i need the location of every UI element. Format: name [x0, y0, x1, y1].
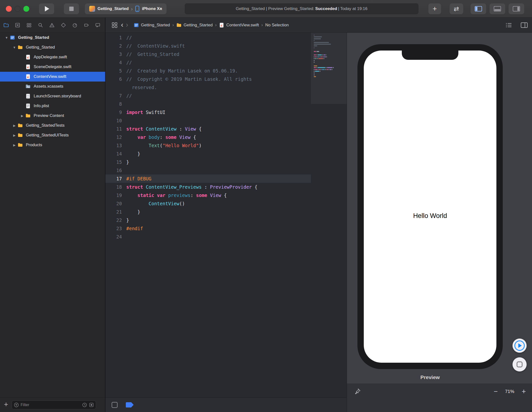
close-window-button[interactable] [6, 6, 12, 12]
find-icon[interactable] [38, 22, 43, 28]
code-line[interactable]: 6// Copyright © 2019 Martin Lasek. All r… [105, 75, 311, 83]
tree-row-appdelegate-swift[interactable]: AppDelegate.swift [0, 52, 105, 62]
reports-icon[interactable] [95, 22, 100, 28]
editor-canvas-toggle-icon[interactable] [112, 402, 118, 408]
line-number[interactable]: 7 [105, 92, 126, 100]
source-control-icon[interactable] [15, 22, 20, 28]
line-number[interactable]: 22 [105, 216, 126, 224]
code-line[interactable]: 19 static var previews: some View { [105, 191, 311, 199]
live-preview-play-button[interactable] [512, 339, 527, 353]
code-line[interactable]: 7// [105, 92, 311, 100]
code-line[interactable]: 11struct ContentView : View { [105, 125, 311, 133]
line-number[interactable]: 24 [105, 233, 126, 241]
toggle-inspector-button[interactable] [509, 3, 524, 14]
line-number[interactable]: 4 [105, 58, 126, 67]
code-line[interactable]: 21 } [105, 208, 311, 216]
breakpoints-icon[interactable] [84, 22, 89, 28]
add-item-button[interactable]: + [4, 400, 8, 409]
code-line[interactable]: 15} [105, 158, 311, 166]
editor-swap-button[interactable]: ⇄ [450, 3, 463, 14]
line-number[interactable]: 9 [105, 108, 126, 116]
tree-row-preview-content[interactable]: ▶Preview Content [0, 111, 105, 121]
debug-icon[interactable] [72, 22, 78, 28]
zoom-in-button[interactable]: + [522, 387, 526, 396]
line-number[interactable]: 23 [105, 224, 126, 233]
disclosure-closed-icon[interactable]: ▶ [11, 143, 18, 147]
line-number[interactable]: 19 [105, 191, 126, 199]
scheme-selector[interactable]: Getting_Started › iPhone Xʀ [85, 3, 167, 14]
line-number[interactable]: 6 [105, 75, 126, 83]
editor-minimap[interactable] [311, 33, 347, 397]
line-number[interactable]: 11 [105, 125, 126, 133]
go-forward-button[interactable]: › [126, 21, 128, 29]
library-add-button[interactable]: + [428, 3, 441, 14]
disclosure-closed-icon[interactable]: ▶ [11, 124, 18, 127]
minimize-window-button[interactable] [15, 6, 20, 12]
code-line[interactable]: 13 Text("Hello World") [105, 141, 311, 150]
tests-icon[interactable] [61, 22, 66, 28]
tree-row-getting-starteduitests[interactable]: ▶Getting_StartedUITests [0, 130, 105, 140]
filter-input[interactable] [21, 403, 80, 407]
tree-row-scenedelegate-swift[interactable]: SceneDelegate.swift [0, 62, 105, 72]
code-line[interactable]: 14 } [105, 150, 311, 158]
tree-row-launchscreen-storyboard[interactable]: LaunchScreen.storyboard [0, 91, 105, 101]
code-line[interactable]: 18struct ContentView_Previews : PreviewP… [105, 183, 311, 191]
line-number[interactable] [105, 83, 126, 92]
pin-preview-icon[interactable] [354, 388, 361, 395]
disclosure-closed-icon[interactable]: ▶ [11, 134, 18, 137]
project-navigator-icon[interactable] [3, 22, 9, 28]
recent-files-clock-icon[interactable] [82, 402, 87, 407]
code-line[interactable]: reserved. [105, 83, 311, 92]
line-number[interactable]: 15 [105, 158, 126, 166]
breadcrumb-item[interactable]: Getting_Started [134, 22, 170, 28]
line-number[interactable]: 1 [105, 33, 126, 42]
code-line[interactable]: 8 [105, 100, 311, 108]
disclosure-closed-icon[interactable]: ▶ [19, 114, 25, 118]
code-line[interactable]: 22} [105, 216, 311, 224]
line-number[interactable]: 5 [105, 67, 126, 75]
breadcrumb-item[interactable]: No Selection [265, 23, 289, 28]
code-line[interactable]: 1// [105, 33, 311, 42]
code-line[interactable]: 9import SwiftUI [105, 108, 311, 116]
code-line[interactable]: 2// ContentView.swift [105, 42, 311, 50]
tree-row-getting-started[interactable]: ▼Getting_Started [0, 33, 105, 42]
line-number[interactable]: 16 [105, 166, 126, 175]
line-number[interactable]: 10 [105, 116, 126, 125]
symbols-icon[interactable] [26, 22, 32, 28]
stop-button[interactable] [64, 3, 79, 14]
add-editor-icon[interactable] [521, 22, 528, 28]
go-back-button[interactable]: ‹ [121, 21, 123, 29]
line-number[interactable]: 18 [105, 183, 126, 191]
filter-field[interactable] [12, 401, 96, 409]
line-number[interactable]: 13 [105, 141, 126, 150]
breadcrumb-item[interactable]: ContentView.swift [219, 22, 259, 28]
line-number[interactable]: 14 [105, 150, 126, 158]
code-line[interactable]: 10 [105, 116, 311, 125]
source-control-status-icon[interactable] [89, 402, 94, 407]
line-number[interactable]: 12 [105, 133, 126, 141]
code-line[interactable]: 16 [105, 166, 311, 175]
line-number[interactable]: 3 [105, 50, 126, 58]
code-line[interactable]: 20 ContentView() [105, 199, 311, 208]
code-line[interactable]: 24 [105, 233, 311, 241]
editor-options-icon[interactable] [506, 22, 512, 28]
tree-row-getting-started[interactable]: ▼Getting_Started [0, 42, 105, 52]
zoom-out-button[interactable]: − [494, 388, 498, 395]
run-button[interactable] [39, 3, 54, 14]
code-line[interactable]: 12 var body: some View { [105, 133, 311, 141]
zoom-window-button[interactable] [23, 6, 29, 12]
preview-on-device-button[interactable] [512, 357, 527, 371]
source-code-editor[interactable]: 1//2// ContentView.swift3// Getting_Star… [105, 33, 311, 397]
line-number[interactable]: 20 [105, 199, 126, 208]
code-line[interactable]: 17#if DEBUG [105, 175, 311, 183]
disclosure-open-icon[interactable]: ▼ [3, 36, 10, 40]
code-line[interactable]: 3// Getting_Started [105, 50, 311, 58]
tree-row-contentview-swift[interactable]: ContentView.swift [0, 72, 105, 82]
toggle-navigator-button[interactable] [471, 3, 486, 14]
related-items-icon[interactable] [112, 22, 118, 28]
line-number[interactable]: 2 [105, 42, 126, 50]
device-screen[interactable]: Hello World [364, 51, 496, 363]
line-number[interactable]: 21 [105, 208, 126, 216]
tree-row-info-plist[interactable]: Info.plist [0, 101, 105, 111]
tree-row-getting-startedtests[interactable]: ▶Getting_StartedTests [0, 121, 105, 130]
